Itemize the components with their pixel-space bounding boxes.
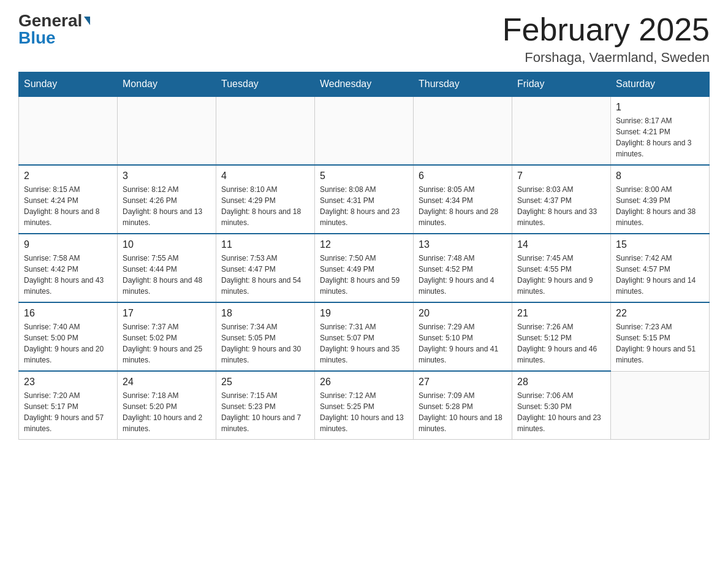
- day-info: Sunrise: 7:58 AM Sunset: 4:42 PM Dayligh…: [24, 253, 112, 297]
- day-number: 28: [517, 377, 605, 388]
- calendar-day-cell: [512, 96, 611, 165]
- day-number: 25: [221, 377, 309, 388]
- day-info: Sunrise: 7:50 AM Sunset: 4:49 PM Dayligh…: [320, 253, 408, 297]
- day-info: Sunrise: 7:09 AM Sunset: 5:28 PM Dayligh…: [419, 390, 507, 434]
- calendar-day-cell: [315, 96, 414, 165]
- calendar-day-cell: 26Sunrise: 7:12 AM Sunset: 5:25 PM Dayli…: [315, 371, 414, 440]
- day-of-week-header: Saturday: [611, 72, 710, 97]
- day-number: 12: [320, 239, 408, 250]
- day-number: 17: [123, 308, 211, 319]
- day-number: 22: [616, 308, 704, 319]
- calendar-day-cell: 14Sunrise: 7:45 AM Sunset: 4:55 PM Dayli…: [512, 234, 611, 302]
- calendar-day-cell: 4Sunrise: 8:10 AM Sunset: 4:29 PM Daylig…: [216, 165, 315, 234]
- day-number: 3: [123, 170, 211, 182]
- day-info: Sunrise: 7:18 AM Sunset: 5:20 PM Dayligh…: [123, 390, 211, 434]
- calendar-day-cell: 6Sunrise: 8:05 AM Sunset: 4:34 PM Daylig…: [414, 165, 512, 234]
- calendar-week-row: 16Sunrise: 7:40 AM Sunset: 5:00 PM Dayli…: [19, 302, 710, 371]
- month-title: February 2025: [502, 12, 710, 47]
- day-number: 20: [419, 308, 507, 319]
- day-info: Sunrise: 7:45 AM Sunset: 4:55 PM Dayligh…: [517, 253, 605, 297]
- day-of-week-header: Friday: [512, 72, 611, 97]
- day-info: Sunrise: 7:23 AM Sunset: 5:15 PM Dayligh…: [616, 321, 704, 366]
- calendar-week-row: 2Sunrise: 8:15 AM Sunset: 4:24 PM Daylig…: [19, 165, 710, 234]
- day-number: 8: [616, 170, 704, 182]
- day-info: Sunrise: 8:17 AM Sunset: 4:21 PM Dayligh…: [616, 115, 704, 159]
- logo: General Blue: [18, 12, 90, 47]
- calendar-day-cell: 13Sunrise: 7:48 AM Sunset: 4:52 PM Dayli…: [414, 234, 512, 302]
- calendar-day-cell: 18Sunrise: 7:34 AM Sunset: 5:05 PM Dayli…: [216, 302, 315, 371]
- day-number: 4: [221, 170, 309, 182]
- calendar-day-cell: 24Sunrise: 7:18 AM Sunset: 5:20 PM Dayli…: [118, 371, 216, 440]
- calendar-day-cell: 28Sunrise: 7:06 AM Sunset: 5:30 PM Dayli…: [512, 371, 611, 440]
- day-number: 16: [24, 308, 112, 319]
- day-number: 24: [123, 377, 211, 388]
- calendar-day-cell: 8Sunrise: 8:00 AM Sunset: 4:39 PM Daylig…: [611, 165, 710, 234]
- calendar-day-cell: 21Sunrise: 7:26 AM Sunset: 5:12 PM Dayli…: [512, 302, 611, 371]
- day-number: 27: [419, 377, 507, 388]
- day-info: Sunrise: 8:12 AM Sunset: 4:26 PM Dayligh…: [123, 184, 211, 228]
- day-of-week-header: Tuesday: [216, 72, 315, 97]
- calendar-day-cell: [611, 371, 710, 440]
- day-of-week-header: Sunday: [19, 72, 118, 97]
- day-number: 14: [517, 239, 605, 250]
- day-number: 9: [24, 239, 112, 250]
- calendar-day-cell: 7Sunrise: 8:03 AM Sunset: 4:37 PM Daylig…: [512, 165, 611, 234]
- calendar-week-row: 9Sunrise: 7:58 AM Sunset: 4:42 PM Daylig…: [19, 234, 710, 302]
- calendar-day-cell: 27Sunrise: 7:09 AM Sunset: 5:28 PM Dayli…: [414, 371, 512, 440]
- day-info: Sunrise: 7:55 AM Sunset: 4:44 PM Dayligh…: [123, 253, 211, 297]
- calendar-day-cell: 12Sunrise: 7:50 AM Sunset: 4:49 PM Dayli…: [315, 234, 414, 302]
- day-number: 21: [517, 308, 605, 319]
- day-info: Sunrise: 7:40 AM Sunset: 5:00 PM Dayligh…: [24, 321, 112, 366]
- calendar-day-cell: 23Sunrise: 7:20 AM Sunset: 5:17 PM Dayli…: [19, 371, 118, 440]
- day-number: 19: [320, 308, 408, 319]
- day-number: 6: [419, 170, 507, 182]
- day-info: Sunrise: 7:06 AM Sunset: 5:30 PM Dayligh…: [517, 390, 605, 434]
- calendar-day-cell: 15Sunrise: 7:42 AM Sunset: 4:57 PM Dayli…: [611, 234, 710, 302]
- calendar-header-row: SundayMondayTuesdayWednesdayThursdayFrid…: [19, 72, 710, 97]
- calendar-day-cell: 22Sunrise: 7:23 AM Sunset: 5:15 PM Dayli…: [611, 302, 710, 371]
- day-of-week-header: Thursday: [414, 72, 512, 97]
- day-info: Sunrise: 8:00 AM Sunset: 4:39 PM Dayligh…: [616, 184, 704, 228]
- day-info: Sunrise: 7:26 AM Sunset: 5:12 PM Dayligh…: [517, 321, 605, 366]
- calendar-day-cell: [414, 96, 512, 165]
- logo-blue-text: Blue: [18, 29, 56, 47]
- calendar-day-cell: 16Sunrise: 7:40 AM Sunset: 5:00 PM Dayli…: [19, 302, 118, 371]
- day-number: 1: [616, 102, 704, 113]
- day-of-week-header: Wednesday: [315, 72, 414, 97]
- day-info: Sunrise: 7:34 AM Sunset: 5:05 PM Dayligh…: [221, 321, 309, 366]
- calendar-week-row: 1Sunrise: 8:17 AM Sunset: 4:21 PM Daylig…: [19, 96, 710, 165]
- calendar-table: SundayMondayTuesdayWednesdayThursdayFrid…: [18, 72, 710, 440]
- calendar-day-cell: [19, 96, 118, 165]
- location-subtitle: Forshaga, Vaermland, Sweden: [502, 50, 710, 66]
- day-number: 5: [320, 170, 408, 182]
- day-number: 26: [320, 377, 408, 388]
- day-info: Sunrise: 8:15 AM Sunset: 4:24 PM Dayligh…: [24, 184, 112, 228]
- calendar-day-cell: 2Sunrise: 8:15 AM Sunset: 4:24 PM Daylig…: [19, 165, 118, 234]
- calendar-day-cell: 9Sunrise: 7:58 AM Sunset: 4:42 PM Daylig…: [19, 234, 118, 302]
- day-info: Sunrise: 7:20 AM Sunset: 5:17 PM Dayligh…: [24, 390, 112, 434]
- day-number: 23: [24, 377, 112, 388]
- calendar-day-cell: 25Sunrise: 7:15 AM Sunset: 5:23 PM Dayli…: [216, 371, 315, 440]
- logo-general-text: General: [18, 12, 82, 29]
- logo-arrow-icon: [84, 17, 90, 25]
- day-number: 7: [517, 170, 605, 182]
- day-number: 15: [616, 239, 704, 250]
- day-info: Sunrise: 8:08 AM Sunset: 4:31 PM Dayligh…: [320, 184, 408, 228]
- day-info: Sunrise: 7:29 AM Sunset: 5:10 PM Dayligh…: [419, 321, 507, 366]
- calendar-day-cell: 20Sunrise: 7:29 AM Sunset: 5:10 PM Dayli…: [414, 302, 512, 371]
- day-info: Sunrise: 7:42 AM Sunset: 4:57 PM Dayligh…: [616, 253, 704, 297]
- day-info: Sunrise: 7:12 AM Sunset: 5:25 PM Dayligh…: [320, 390, 408, 434]
- day-of-week-header: Monday: [118, 72, 216, 97]
- day-info: Sunrise: 7:48 AM Sunset: 4:52 PM Dayligh…: [419, 253, 507, 297]
- page-header: General Blue February 2025 Forshaga, Vae…: [18, 12, 710, 66]
- calendar-week-row: 23Sunrise: 7:20 AM Sunset: 5:17 PM Dayli…: [19, 371, 710, 440]
- day-number: 18: [221, 308, 309, 319]
- calendar-day-cell: 5Sunrise: 8:08 AM Sunset: 4:31 PM Daylig…: [315, 165, 414, 234]
- title-block: February 2025 Forshaga, Vaermland, Swede…: [502, 12, 710, 66]
- calendar-day-cell: 3Sunrise: 8:12 AM Sunset: 4:26 PM Daylig…: [118, 165, 216, 234]
- calendar-day-cell: 1Sunrise: 8:17 AM Sunset: 4:21 PM Daylig…: [611, 96, 710, 165]
- day-number: 2: [24, 170, 112, 182]
- day-info: Sunrise: 8:03 AM Sunset: 4:37 PM Dayligh…: [517, 184, 605, 228]
- calendar-day-cell: [118, 96, 216, 165]
- day-info: Sunrise: 7:31 AM Sunset: 5:07 PM Dayligh…: [320, 321, 408, 366]
